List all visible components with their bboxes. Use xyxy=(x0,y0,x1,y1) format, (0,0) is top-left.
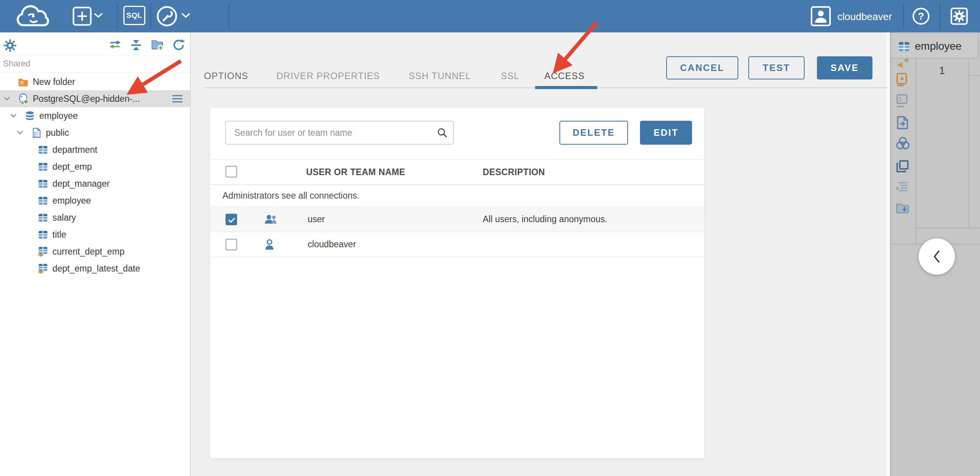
tab-access[interactable]: ACCESS xyxy=(544,69,585,83)
header-divider xyxy=(117,3,118,29)
search-input[interactable] xyxy=(225,121,454,145)
add-folder-button[interactable] xyxy=(151,39,164,52)
tree-item-label: employee xyxy=(39,111,78,121)
row-checkbox-checked[interactable] xyxy=(226,214,237,225)
collapse-all-icon xyxy=(130,39,143,52)
row-name: cloudbeaver xyxy=(308,239,356,250)
tree-item-label: department xyxy=(52,145,97,155)
tree-item-label: New folder xyxy=(33,77,75,87)
tab-ssh-tunnel[interactable]: SSH TUNNEL xyxy=(409,69,471,83)
grid-line xyxy=(916,59,916,244)
save-button[interactable]: SAVE xyxy=(817,56,872,79)
collapse-panel-button[interactable] xyxy=(919,238,955,275)
sql-editor-button[interactable]: SQL xyxy=(123,6,145,25)
cancel-button[interactable]: CANCEL xyxy=(666,56,738,79)
export-data-icon[interactable] xyxy=(896,116,910,130)
divider xyxy=(0,73,190,73)
new-connection-chevron[interactable] xyxy=(94,13,103,19)
grid-line xyxy=(968,59,969,228)
hamburger-menu-icon[interactable] xyxy=(172,95,183,105)
tab-options[interactable]: OPTIONS xyxy=(204,69,248,83)
tree-item-salary[interactable]: salary xyxy=(0,209,190,226)
tree-item-dept-emp[interactable]: dept_emp xyxy=(0,158,190,175)
chevron-down-icon xyxy=(181,13,190,18)
logs-icon[interactable] xyxy=(896,181,910,195)
team-icon xyxy=(264,213,277,226)
delete-button[interactable]: DELETE xyxy=(559,121,628,145)
admin-info-row: Administrators see all connections. xyxy=(210,185,704,207)
tree-item-current-dept-emp[interactable]: current_dept_emp xyxy=(0,243,190,260)
tree-item-label: public xyxy=(46,128,69,138)
tree-item-department[interactable]: department xyxy=(0,141,190,158)
sidebar-toolbar xyxy=(0,37,190,56)
tree-item-employee[interactable]: employee xyxy=(0,192,190,209)
tree-item-new-folder[interactable]: New folder xyxy=(0,73,190,90)
tree-item-public[interactable]: public xyxy=(0,124,190,141)
chevron-down-icon[interactable] xyxy=(4,97,17,101)
new-connection-button[interactable] xyxy=(72,7,92,27)
tree-item-label: dept_manager xyxy=(52,179,109,189)
header-divider xyxy=(940,3,941,29)
search-icon xyxy=(437,127,448,140)
tree-item-dept-emp-latest-date[interactable]: dept_emp_latest_date xyxy=(0,260,190,277)
user-box-icon xyxy=(811,6,831,26)
driver-manager-chevron[interactable] xyxy=(181,13,190,19)
divider xyxy=(0,56,190,56)
table-icon xyxy=(37,179,49,189)
gear-icon xyxy=(949,6,969,26)
header-divider xyxy=(229,3,229,29)
grid-line xyxy=(916,228,980,228)
tree-item-employee[interactable]: employee xyxy=(0,107,190,124)
collapse-all-button[interactable] xyxy=(130,39,143,53)
chevron-down-icon xyxy=(94,13,103,18)
edit-button[interactable]: EDIT xyxy=(640,121,692,145)
settings-button[interactable] xyxy=(949,6,969,27)
help-button[interactable]: ? xyxy=(912,7,930,26)
refresh-button[interactable] xyxy=(172,39,185,52)
sidebar-settings-button[interactable] xyxy=(3,39,17,54)
access-row-user[interactable]: userAll users, including anonymous. xyxy=(210,207,704,232)
cloudbeaver-logo[interactable] xyxy=(12,3,57,31)
tree-item-title[interactable]: title xyxy=(0,226,190,243)
column-header-name: USER OR TEAM NAME xyxy=(306,160,405,184)
user-menu-button[interactable] xyxy=(811,6,831,27)
script-play-icon[interactable] xyxy=(896,73,910,87)
add-item-icon[interactable] xyxy=(896,57,910,72)
swap-arrows-icon xyxy=(108,39,122,51)
scrollbar-track[interactable] xyxy=(886,32,890,476)
mock-data-icon[interactable] xyxy=(896,136,910,151)
row-checkbox[interactable] xyxy=(226,239,237,250)
tree-item-postgresql-ep-hidden[interactable]: PostgreSQL@ep-hidden-... xyxy=(0,90,190,107)
view-icon xyxy=(37,246,49,257)
driver-manager-button[interactable] xyxy=(156,5,178,29)
grid-view-icon[interactable] xyxy=(896,94,910,108)
access-row-cloudbeaver[interactable]: cloudbeaver xyxy=(210,232,704,257)
postgresql-icon xyxy=(17,93,29,105)
tab-employee-table[interactable]: employee xyxy=(891,34,978,59)
duplicate-icon[interactable] xyxy=(896,159,910,174)
save-folder-icon[interactable] xyxy=(896,202,910,216)
chevron-down-icon[interactable] xyxy=(17,131,30,135)
row-name: user xyxy=(308,214,325,224)
folder-database-icon xyxy=(17,77,29,87)
access-panel: DELETE EDIT USER OR TEAM NAME DESCRIPTIO… xyxy=(210,108,704,458)
app-header: SQL cloudbeaver ? xyxy=(0,0,980,32)
grid-row-number: 1 xyxy=(916,65,968,77)
test-button[interactable]: TEST xyxy=(748,56,805,79)
tree-item-dept-manager[interactable]: dept_manager xyxy=(0,175,190,192)
select-all-checkbox[interactable] xyxy=(226,166,237,177)
table-icon xyxy=(37,196,49,206)
chevron-down-icon[interactable] xyxy=(10,114,24,118)
active-tab-underline xyxy=(535,86,597,89)
table-icon xyxy=(37,162,49,172)
chevron-left-icon xyxy=(932,250,941,263)
cloudbeaver-app: SQL cloudbeaver ? xyxy=(0,0,980,476)
data-editor-panel: employee 1 xyxy=(890,32,980,476)
header-divider xyxy=(903,3,904,29)
refresh-icon xyxy=(172,39,185,51)
tab-driver-properties[interactable]: DRIVER PROPERTIES xyxy=(276,69,380,83)
tab-ssl[interactable]: SSL xyxy=(501,69,519,83)
wrench-circle-icon xyxy=(156,5,178,27)
gear-icon xyxy=(3,39,17,52)
link-to-editor-button[interactable] xyxy=(108,39,122,52)
